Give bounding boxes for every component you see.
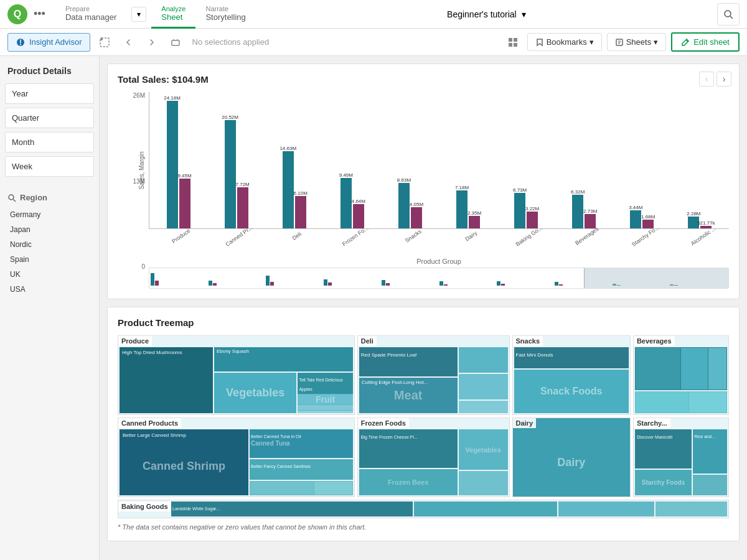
- bar-teal-produce: [167, 101, 178, 228]
- bar-purple-produce: [179, 179, 190, 228]
- bar-group-starchy: 3.44M 1.68M: [613, 92, 671, 228]
- x-axis-labels: Produce Canned Pr... Deli Frozen Fo... S…: [149, 229, 729, 240]
- bar-group-alcoholic: 2.28M 521.77k: [671, 92, 729, 228]
- main-layout: Product Details Year Quarter Month Week …: [0, 56, 747, 560]
- sidebar: Product Details Year Quarter Month Week …: [0, 56, 100, 560]
- better-large-canned-shrimp-block: Better Large Canned Shrimp Canned Shrimp: [120, 429, 248, 495]
- chart-scrollbar[interactable]: [149, 268, 729, 289]
- starchy-label: Starchy...: [634, 418, 670, 428]
- global-search-button[interactable]: [717, 3, 740, 26]
- search-icon: [723, 9, 733, 19]
- nav-right-actions: [717, 3, 740, 26]
- discover-manicotti-block: Discover Manicotti: [635, 429, 692, 469]
- bar-group-deli: 14.63M 6.10M: [265, 92, 323, 228]
- region-uk[interactable]: UK: [5, 267, 94, 282]
- bookmark-icon: [535, 38, 544, 47]
- tell-tale-block: Tell Tale Red Delicious Apples: [298, 373, 352, 394]
- chart-next-button[interactable]: ›: [716, 72, 731, 86]
- title-dropdown-icon[interactable]: ▾: [522, 9, 526, 19]
- beverages-label: Beverages: [634, 336, 675, 346]
- y-axis-label: Sales, Margin: [138, 152, 145, 190]
- better-canned-tuna-block: Better Canned Tuna in Oil Canned Tuna: [250, 429, 353, 458]
- treemap-title: Product Treemap: [118, 317, 729, 328]
- selection-lasso-button[interactable]: [95, 33, 114, 52]
- tab-narrate[interactable]: Narrate Storytelling: [195, 0, 255, 29]
- region-nordic[interactable]: Nordic: [5, 237, 94, 252]
- region-spain[interactable]: Spain: [5, 252, 94, 267]
- sheets-icon: [615, 38, 624, 47]
- treemap-frozen[interactable]: Frozen Foods Big Time Frozen Cheese Pi..…: [357, 418, 510, 497]
- treemap-starchy[interactable]: Starchy... Discover Manicotti Starchy Fo…: [633, 418, 729, 497]
- x-axis-title: Product Group: [149, 258, 729, 265]
- svg-point-17: [9, 195, 14, 200]
- bar-group-baking: 6.73M 3.22M: [497, 92, 555, 228]
- prepare-dropdown[interactable]: ▾: [131, 7, 146, 22]
- better-fancy-sardines-block: Better Fancy Canned Sardines: [250, 459, 353, 479]
- no-selections-text: No selections applied: [192, 37, 270, 47]
- treemap-dairy[interactable]: Dairy Dairy: [512, 418, 631, 497]
- grid-view-button[interactable]: [504, 33, 522, 52]
- chart-nav-arrows: ‹ ›: [699, 72, 731, 86]
- sidebar-filter-week[interactable]: Week: [5, 156, 94, 177]
- tab-prepare[interactable]: Prepare Data manager: [55, 0, 126, 29]
- sidebar-filter-month[interactable]: Month: [5, 132, 94, 152]
- toolbar: Insight Advisor No selections applied: [0, 29, 747, 56]
- svg-rect-11: [514, 43, 517, 47]
- region-search-row[interactable]: Region: [5, 190, 94, 207]
- bar-chart-title: Total Sales: $104.9M: [118, 74, 729, 85]
- tab-analyze[interactable]: Analyze Sheet: [151, 0, 195, 29]
- forward-button[interactable]: [143, 33, 161, 52]
- svg-rect-8: [509, 38, 512, 42]
- svg-line-1: [730, 16, 733, 19]
- treemap-canned[interactable]: Canned Products Better Large Canned Shri…: [118, 418, 355, 497]
- toolbar-right: Bookmarks ▾ Sheets ▾ Edit sheet: [504, 32, 740, 52]
- treemap-beverages[interactable]: Beverages: [633, 335, 729, 415]
- edit-icon: [681, 38, 690, 47]
- fast-mini-donuts-block: Fast Mini Donuts: [514, 347, 629, 368]
- svg-rect-5: [172, 40, 179, 45]
- sidebar-filter-quarter[interactable]: Quarter: [5, 108, 94, 128]
- snack-foods-block: Snack Foods: [514, 370, 629, 413]
- treemap-baking-row[interactable]: Baking Goods Landslide White Sugar...: [118, 500, 729, 518]
- scroll-thumb[interactable]: [584, 268, 729, 288]
- bar-chart-card: ‹ › Total Sales: $104.9M 26M 13M 0 Sales…: [107, 63, 740, 299]
- rice-block: Rice and...: [693, 429, 727, 474]
- app-logo[interactable]: Q: [7, 4, 27, 24]
- treemap-produce[interactable]: Produce High Top Dried Mushrooms Ebony S…: [118, 335, 355, 415]
- fruit-block: Fruit: [298, 394, 352, 404]
- vegetables-block: Vegetables: [214, 373, 297, 413]
- insight-advisor-button[interactable]: Insight Advisor: [7, 33, 90, 52]
- app-title: Beginner's tutorial: [447, 9, 517, 19]
- clear-selections-button[interactable]: [166, 33, 185, 52]
- deli-label: Deli: [358, 336, 377, 346]
- sidebar-filter-year[interactable]: Year: [5, 83, 94, 104]
- back-button[interactable]: [119, 33, 138, 52]
- sheets-button[interactable]: Sheets ▾: [607, 33, 666, 51]
- snacks-label: Snacks: [513, 336, 543, 346]
- bar-group-canned: 20.52M 7.72M: [207, 92, 265, 228]
- bookmarks-button[interactable]: Bookmarks ▾: [527, 33, 602, 51]
- produce-label: Produce: [118, 336, 152, 346]
- high-top-mushrooms-block: High Top Dried Mushrooms: [120, 347, 213, 413]
- region-usa[interactable]: USA: [5, 282, 94, 297]
- insight-icon: [16, 37, 26, 47]
- app-title-area: Beginner's tutorial ▾: [447, 9, 526, 19]
- bar-group-snacks: 8.63M 4.05M: [381, 92, 439, 228]
- frozen-label: Frozen Foods: [358, 418, 409, 428]
- region-germany[interactable]: Germany: [5, 207, 94, 222]
- y-tick-0: 0: [141, 263, 145, 270]
- app-menu-dots[interactable]: •••: [34, 7, 45, 21]
- bar-chart-bars: 24.18M 9.45M 20: [149, 92, 729, 229]
- region-japan[interactable]: Japan: [5, 222, 94, 237]
- bar-group-dairy: 7.18M 2.35M: [439, 92, 497, 228]
- dairy-label: Dairy: [513, 418, 537, 428]
- treemap-card: Product Treemap Produce High Top Dried M…: [107, 307, 740, 541]
- treemap-deli[interactable]: Deli Red Spade Pimento Loaf Cutting Edge…: [357, 335, 510, 415]
- bar-group-produce: 24.18M 9.45M: [149, 92, 207, 228]
- treemap-snacks[interactable]: Snacks Fast Mini Donuts Snack Foods: [512, 335, 631, 415]
- ebony-squash-block: Ebony Squash: [214, 347, 353, 371]
- big-time-frozen-block: Big Time Frozen Cheese Pi...: [359, 429, 458, 468]
- edit-sheet-button[interactable]: Edit sheet: [671, 32, 740, 52]
- svg-rect-9: [514, 38, 517, 42]
- chart-prev-button[interactable]: ‹: [699, 72, 714, 86]
